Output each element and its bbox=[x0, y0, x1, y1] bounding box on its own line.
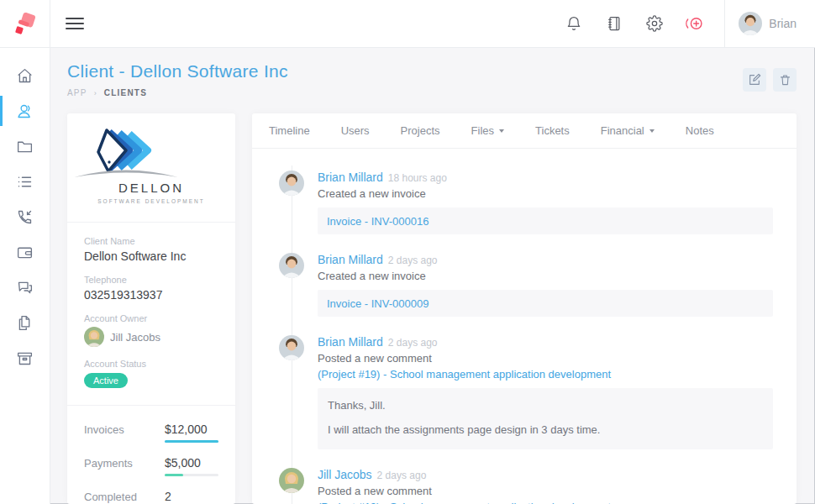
menu-toggle-icon[interactable] bbox=[66, 18, 84, 29]
timeline-entry: Brian Millard 18 hours ago Created a new… bbox=[252, 171, 773, 234]
timestamp: 18 hours ago bbox=[388, 172, 447, 184]
chat-icon bbox=[16, 279, 34, 297]
documents-icon bbox=[16, 314, 34, 332]
top-bar: Brian bbox=[0, 0, 815, 48]
timestamp: 2 days ago bbox=[388, 255, 438, 266]
status-badge: Active bbox=[84, 373, 128, 388]
tab-notes[interactable]: Notes bbox=[686, 124, 714, 137]
progress-bar bbox=[165, 474, 218, 476]
owner-avatar bbox=[84, 327, 104, 347]
activity-text: Posted a new comment bbox=[318, 352, 773, 365]
chevron-down-icon bbox=[649, 129, 655, 133]
quick-add-icon[interactable] bbox=[681, 9, 709, 38]
avatar-brian bbox=[279, 171, 304, 196]
sidebar-item-clients[interactable] bbox=[0, 93, 50, 129]
client-logo-tagline: SOFTWARE DEVELOPMENT bbox=[67, 198, 235, 204]
sidebar-item-archive[interactable] bbox=[0, 340, 50, 375]
project-link[interactable]: (Project #19) - School management applic… bbox=[318, 368, 773, 381]
comment-line: Thanks, Jill. bbox=[328, 399, 763, 412]
timeline-feed: Brian Millard 18 hours ago Created a new… bbox=[252, 149, 797, 504]
author-link[interactable]: Jill Jacobs bbox=[318, 468, 372, 481]
breadcrumb-clients: CLIENTS bbox=[104, 88, 147, 97]
stat-payments: Payments $5,000 bbox=[84, 456, 218, 476]
archive-icon bbox=[16, 349, 34, 367]
invoice-link[interactable]: Invoice - INV-000009 bbox=[327, 297, 429, 310]
tab-financial[interactable]: Financial bbox=[601, 124, 655, 137]
comment-box: Thanks, Jill. I will attach the assignme… bbox=[318, 388, 773, 449]
comment-line: I will attach the assignments page desig… bbox=[328, 423, 763, 436]
home-icon bbox=[16, 67, 34, 85]
tab-timeline[interactable]: Timeline bbox=[269, 124, 310, 137]
tab-files[interactable]: Files bbox=[471, 124, 504, 137]
sidebar-item-calls[interactable] bbox=[0, 199, 50, 234]
stat-invoices: Invoices $12,000 bbox=[84, 423, 218, 443]
activity-text: Posted a new comment bbox=[318, 485, 773, 497]
tab-users[interactable]: Users bbox=[341, 124, 370, 137]
client-summary-card: DELLON SOFTWARE DEVELOPMENT Client Name … bbox=[67, 113, 235, 504]
tab-bar: Timeline Users Projects Files Tickets Fi… bbox=[252, 113, 797, 149]
sidebar-item-projects[interactable] bbox=[0, 129, 50, 164]
tab-projects[interactable]: Projects bbox=[401, 124, 440, 137]
delete-client-button[interactable] bbox=[773, 68, 797, 92]
account-status-field: Account Status Active bbox=[84, 359, 218, 388]
page-title: Client - Dellon Software Inc bbox=[67, 61, 797, 81]
owner-name[interactable]: Jill Jacobs bbox=[110, 331, 160, 344]
logbook-icon[interactable] bbox=[600, 9, 628, 38]
chevron-right-icon: › bbox=[94, 89, 97, 97]
sidebar-item-messages[interactable] bbox=[0, 270, 50, 305]
stat-completed-projects: Completed Projects 2 bbox=[84, 490, 218, 504]
client-logo: DELLON SOFTWARE DEVELOPMENT bbox=[67, 113, 235, 223]
author-link[interactable]: Brian Millard bbox=[318, 253, 383, 266]
settings-gear-icon[interactable] bbox=[640, 9, 669, 38]
breadcrumb-app[interactable]: APP bbox=[67, 88, 87, 97]
timestamp: 2 days ago bbox=[388, 337, 438, 349]
edit-client-button[interactable] bbox=[743, 68, 766, 92]
list-icon bbox=[16, 173, 34, 191]
timestamp: 2 days ago bbox=[377, 470, 427, 481]
user-name: Brian bbox=[769, 17, 797, 30]
client-stats: Invoices $12,000 Payments $5,000 Complet… bbox=[67, 406, 235, 504]
client-name-field: Client Name Dellon Software Inc bbox=[84, 236, 218, 263]
reference-box: Invoice - INV-000009 bbox=[318, 290, 773, 317]
app-logo[interactable] bbox=[0, 0, 50, 47]
sidebar bbox=[0, 48, 50, 504]
account-owner-field: Account Owner Jill Jacobs bbox=[84, 313, 218, 347]
sidebar-item-home[interactable] bbox=[0, 58, 50, 93]
activity-text: Created a new invoice bbox=[318, 187, 773, 200]
timeline-entry: Brian Millard 2 days ago Created a new i… bbox=[252, 253, 773, 317]
client-logo-name: DELLON bbox=[67, 181, 235, 195]
chevron-down-icon bbox=[499, 129, 504, 133]
edit-pencil-icon bbox=[748, 73, 761, 87]
author-link[interactable]: Brian Millard bbox=[318, 171, 383, 184]
breadcrumb: APP › CLIENTS bbox=[67, 88, 797, 97]
trash-icon bbox=[779, 73, 791, 87]
notifications-bell-icon[interactable] bbox=[560, 9, 588, 38]
user-avatar bbox=[739, 12, 762, 35]
client-telephone-field: Telephone 032519313937 bbox=[84, 275, 218, 302]
main-content: Client - Dellon Software Inc APP › CLIEN… bbox=[50, 48, 815, 504]
clients-icon bbox=[16, 102, 34, 120]
reference-box: Invoice - INV-000016 bbox=[318, 207, 773, 234]
invoice-link[interactable]: Invoice - INV-000016 bbox=[327, 215, 429, 228]
author-link[interactable]: Brian Millard bbox=[318, 335, 383, 349]
client-detail-panel: Timeline Users Projects Files Tickets Fi… bbox=[252, 113, 797, 504]
sidebar-item-documents[interactable] bbox=[0, 305, 50, 340]
folder-icon bbox=[16, 138, 34, 155]
timeline-entry: Brian Millard 2 days ago Posted a new co… bbox=[252, 335, 773, 449]
brand-icon bbox=[13, 11, 38, 36]
sidebar-item-payments[interactable] bbox=[0, 234, 50, 270]
progress-bar bbox=[165, 440, 218, 443]
project-link[interactable]: (Project #19) - School management applic… bbox=[318, 501, 773, 504]
sidebar-item-tasks[interactable] bbox=[0, 164, 50, 199]
incoming-call-icon bbox=[16, 208, 34, 226]
avatar-brian bbox=[279, 335, 304, 360]
activity-text: Created a new invoice bbox=[318, 270, 773, 282]
wallet-icon bbox=[16, 244, 34, 261]
user-menu[interactable]: Brian bbox=[724, 0, 815, 48]
client-logo-graphic bbox=[67, 127, 185, 179]
avatar-brian bbox=[279, 253, 304, 278]
timeline-entry: Jill Jacobs 2 days ago Posted a new comm… bbox=[252, 468, 773, 504]
tab-tickets[interactable]: Tickets bbox=[535, 124, 570, 137]
avatar-jill bbox=[279, 468, 304, 493]
